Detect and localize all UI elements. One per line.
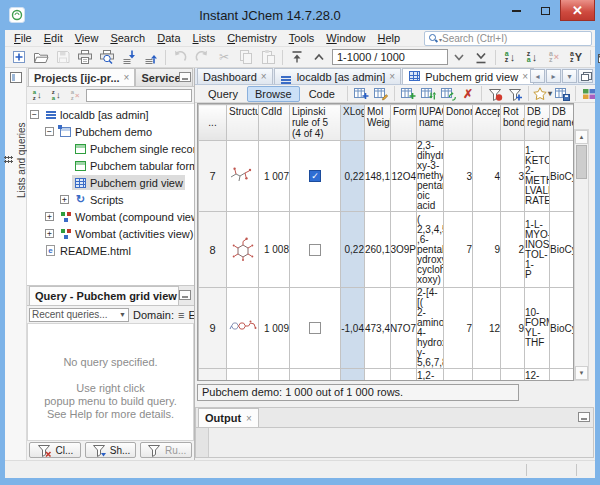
windows-button[interactable] [594, 48, 600, 67]
previous-record-button[interactable] [308, 48, 330, 67]
column-header-iupac[interactable]: IUPAC name [417, 105, 444, 141]
scroll-up-icon[interactable]: ▲ [575, 130, 588, 144]
doc-tab-dashboard[interactable]: Dashboard× [197, 68, 273, 84]
cell-formula[interactable]: C6H12O4 [391, 141, 417, 212]
scroll-tabs-right-button[interactable]: ▸ [546, 69, 561, 83]
cell-xlogp[interactable]: -1,04 [341, 288, 365, 369]
menu-file[interactable]: File [8, 31, 38, 45]
query-canvas[interactable]: No query specified. Use right click popu… [27, 323, 194, 441]
clear-query-button[interactable]: Cl... [29, 442, 81, 458]
column-header-num[interactable]: ... [199, 105, 227, 141]
tab-list-dropdown[interactable]: ▾ [562, 69, 577, 83]
tree-item-readme-html[interactable]: eREADME.html [27, 242, 194, 259]
sort-ascending-button[interactable]: az↓ [499, 48, 521, 67]
grid-vertical-scrollbar[interactable]: ▲ ▼ [574, 129, 589, 381]
tree-filter-input[interactable] [86, 89, 192, 102]
close-button[interactable]: ✕ [560, 0, 595, 21]
cell-cdid[interactable]: 1 008 [259, 212, 290, 288]
refresh-rows-button[interactable] [438, 84, 458, 103]
close-icon[interactable]: × [389, 71, 395, 82]
cell-lipinski[interactable]: ✓ [290, 369, 341, 382]
custom-sort-button[interactable]: azY [565, 48, 587, 67]
recent-queries-dropdown[interactable]: Recent queries... ▼ [29, 308, 129, 322]
widgets-button[interactable] [579, 84, 599, 103]
cell-acceptors[interactable]: 12 [473, 288, 501, 369]
output-tab[interactable]: Output × [198, 408, 259, 427]
menu-view[interactable]: View [69, 31, 105, 45]
tree-sort-az-button[interactable]: az↓ [29, 86, 45, 105]
collapse-icon[interactable]: − [30, 110, 39, 119]
cell-cdid[interactable]: 1 009 [259, 288, 290, 369]
cell-acceptors[interactable]: 4 [473, 141, 501, 212]
column-header-xlogp[interactable]: XLogP [341, 105, 365, 141]
scroll-to-bottom-button[interactable] [470, 48, 492, 67]
quick-search-box[interactable]: ▾ Search (Ctrl+I) [424, 31, 592, 46]
close-icon[interactable]: × [246, 413, 252, 424]
cell-dbname[interactable]: BioCyc [550, 369, 574, 382]
lipinski-checkbox[interactable]: ✓ [309, 170, 321, 182]
scroll-down-icon[interactable]: ▼ [575, 366, 588, 380]
import-list-button[interactable] [118, 48, 140, 67]
cell-acceptors[interactable]: 9 [473, 212, 501, 288]
customize-view-button[interactable] [371, 84, 391, 103]
column-header-formula[interactable]: Formula [391, 105, 417, 141]
view-tab-query[interactable]: Query [200, 86, 246, 102]
menu-data[interactable]: Data [151, 31, 186, 45]
apply-query-button[interactable] [485, 84, 505, 103]
expand-icon[interactable]: + [45, 229, 54, 238]
cell-regid[interactable]: 1- KETO- 2- METHY LVALE RATE [525, 141, 550, 212]
cell-donors[interactable]: 7 [444, 212, 473, 288]
maximize-button[interactable] [531, 0, 560, 21]
menu-tools[interactable]: Tools [283, 31, 321, 45]
menu-help[interactable]: Help [371, 31, 406, 45]
cell-formula[interactable]: C2H4Cl2 [391, 369, 417, 382]
tree-item-wombat-compound-view-[interactable]: +Wombat (compound view) [27, 208, 194, 225]
menu-window[interactable]: Window [320, 31, 371, 45]
new-view-button[interactable] [351, 84, 371, 103]
sort-descending-button[interactable]: za↓ [521, 48, 543, 67]
menu-edit[interactable]: Edit [38, 31, 69, 45]
cell-structure[interactable] [227, 369, 259, 382]
column-header-dbname[interactable]: DB name [550, 105, 574, 141]
tree-item-scripts[interactable]: +↻Scripts [27, 191, 194, 208]
open-project-button[interactable] [30, 48, 52, 67]
tree-sort-za-button[interactable]: za↓ [48, 86, 64, 105]
tree-item-pubchem-demo[interactable]: −Pubchem demo [27, 123, 194, 140]
cell-dbname[interactable]: BioCyc [550, 288, 574, 369]
domain-value-dropdown[interactable]: Entir [188, 309, 194, 321]
close-icon[interactable]: × [124, 72, 130, 83]
cell-mw[interactable]: 98,96 [365, 369, 391, 382]
column-header-structure[interactable]: Structure [227, 105, 259, 141]
delete-rows-button[interactable]: ✗ [458, 84, 478, 103]
cell-regid[interactable]: 1-L- MYO- INOSI TOL-1- P [525, 212, 550, 288]
print-button[interactable] [74, 48, 96, 67]
column-header-donors[interactable]: Donors [444, 105, 473, 141]
cell-mw[interactable]: 260,14 [365, 212, 391, 288]
cell-donors[interactable]: 7 [444, 288, 473, 369]
show-query-button[interactable]: Sh... [85, 442, 137, 458]
column-header-lipinski[interactable]: Lipinski rule of 5 (4 of 4) [290, 105, 341, 141]
lipinski-checkbox[interactable] [309, 322, 321, 334]
cell-rot[interactable]: 2 [501, 212, 525, 288]
tree-item-pubchem-tabular-form[interactable]: Pubchem tabular form [27, 157, 194, 174]
minimize-panel-icon[interactable] [179, 72, 191, 82]
cell-num[interactable]: 8 [199, 212, 227, 288]
cell-structure[interactable] [227, 141, 259, 212]
record-range-field[interactable]: 1-1000 / 1000 [332, 49, 448, 65]
column-header-rot[interactable]: Rot bonds [501, 105, 525, 141]
column-header-acceptors[interactable]: Acceptors [473, 105, 501, 141]
cell-iupac[interactable]: 2,3- dihydro xy-3- methyl- pentan oic ac… [417, 141, 444, 212]
update-rows-button[interactable] [418, 84, 438, 103]
doc-tab-localdb-as-admin-[interactable]: localdb [as admin]× [274, 68, 402, 84]
cell-lipinski[interactable] [290, 288, 341, 369]
query-panel-tab[interactable]: Query - Pubchem grid view × [29, 286, 179, 305]
add-row-button[interactable] [398, 84, 418, 103]
cell-acceptors[interactable]: 0 [473, 369, 501, 382]
cell-cdid[interactable]: 1 010 [259, 369, 290, 382]
cell-regid[interactable]: 10- FORM YL- THF [525, 288, 550, 369]
minimize-panel-icon[interactable] [578, 412, 590, 422]
cell-xlogp[interactable]: 0,22 [341, 212, 365, 288]
cell-formula[interactable]: C20H23N7O7 [391, 288, 417, 369]
cell-cdid[interactable]: 1 007 [259, 141, 290, 212]
minimize-panel-icon[interactable] [179, 290, 191, 300]
